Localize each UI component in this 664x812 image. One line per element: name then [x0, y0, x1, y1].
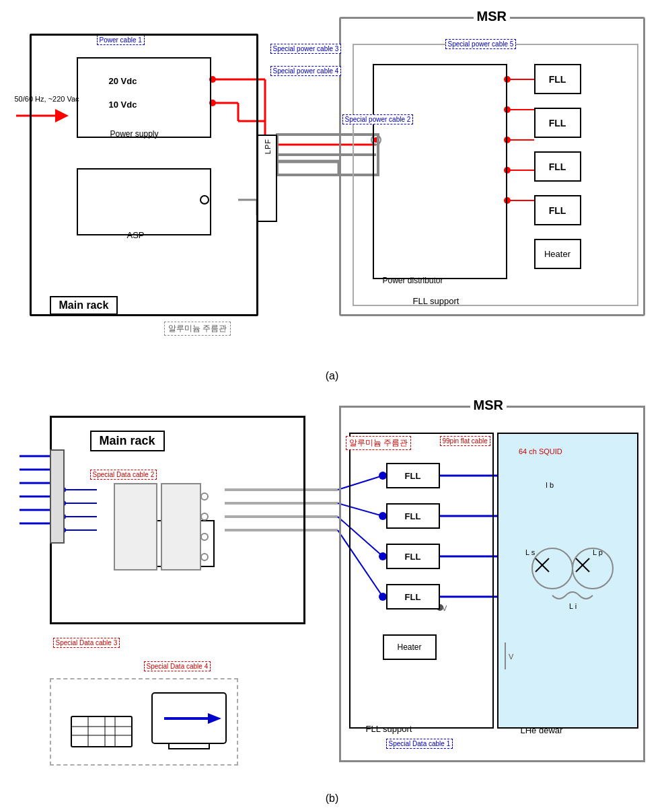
fll-item-4-b: FLL: [386, 584, 440, 610]
asp-label-a: ASP: [127, 230, 145, 240]
fll-item-2-a: FLL: [534, 108, 581, 138]
korean-label-b: 알루미늄 주름관: [346, 436, 411, 450]
heater-box-b: Heater: [383, 634, 437, 660]
fll-support-label-b: FLL support: [366, 724, 412, 734]
lhe-dewar-box: 64 ch SQUID I b L s L p L i V: [497, 433, 638, 729]
special-power-cable-4-label: Special power cable 4: [270, 66, 342, 76]
flat-cable-label: 99pin flat cable: [440, 436, 490, 446]
power-dist-label: Power distributor: [383, 276, 443, 285]
fll-item-4-a: FLL: [534, 195, 581, 225]
inner-connector-box-b: [161, 483, 201, 570]
vdc10-label: 10 Vdc: [109, 100, 137, 110]
fll-support-label: FLL support: [413, 296, 459, 306]
fll-item-1-b: FLL: [386, 463, 440, 488]
special-data-cable-2-label: Special Data cable 2: [90, 470, 157, 480]
svg-text:64 ch SQUID: 64 ch SQUID: [519, 447, 562, 455]
heater-box-a: Heater: [534, 239, 581, 269]
korean-label-a: 알루미늄 주름관: [164, 322, 231, 336]
station-box: [50, 678, 238, 766]
vdc20-label: 20 Vdc: [109, 76, 137, 86]
power-supply-box: [77, 57, 211, 138]
main-rack-label-b: Main rack: [90, 431, 165, 451]
lpf-label: LPF: [258, 136, 277, 157]
svg-text:V: V: [509, 653, 514, 661]
special-power-cable-3-label: Special power cable 3: [270, 44, 342, 54]
caption-b: (b): [9, 792, 655, 805]
special-data-cable-4-label: Special Data cable 4: [144, 661, 211, 671]
svg-rect-79: [152, 693, 226, 743]
special-data-cable-3-label: Special Data cable 3: [53, 638, 120, 648]
lhe-label: LHe dewar: [521, 725, 563, 735]
main-rack-label-a: Main rack: [50, 296, 118, 315]
svg-rect-80: [169, 743, 209, 749]
fll-item-3-b: FLL: [386, 544, 440, 569]
left-connector-panel: [50, 449, 65, 544]
diagram-a: 50/60 Hz, ~220 Vac Power cable 1 Main ra…: [9, 7, 655, 363]
diagram-b: V Main rack MSR FLL support: [9, 396, 655, 786]
svg-rect-81: [71, 716, 132, 747]
fll-item-1-a: FLL: [534, 64, 581, 94]
power-supply-label: Power supply: [110, 129, 159, 139]
special-power-cable-2-label: Special power cable 2: [342, 114, 414, 124]
caption-a: (a): [9, 370, 655, 382]
fll-item-2-b: FLL: [386, 503, 440, 529]
svg-text:L s: L s: [525, 548, 536, 556]
inner-connector-box-a: [114, 483, 157, 570]
asp-box-a: [77, 168, 211, 235]
msr-label-b: MSR: [470, 398, 507, 413]
power-dist-box: [373, 64, 507, 279]
msr-label-a: MSR: [474, 9, 510, 24]
svg-text:L i: L i: [569, 602, 577, 610]
svg-text:I b: I b: [546, 481, 554, 489]
lpf-box: LPF: [257, 135, 277, 222]
special-power-cable-5-label: Special power cable 5: [445, 39, 517, 49]
special-data-cable-1-label: Special Data cable 1: [386, 739, 453, 749]
fll-item-3-a: FLL: [534, 151, 581, 182]
